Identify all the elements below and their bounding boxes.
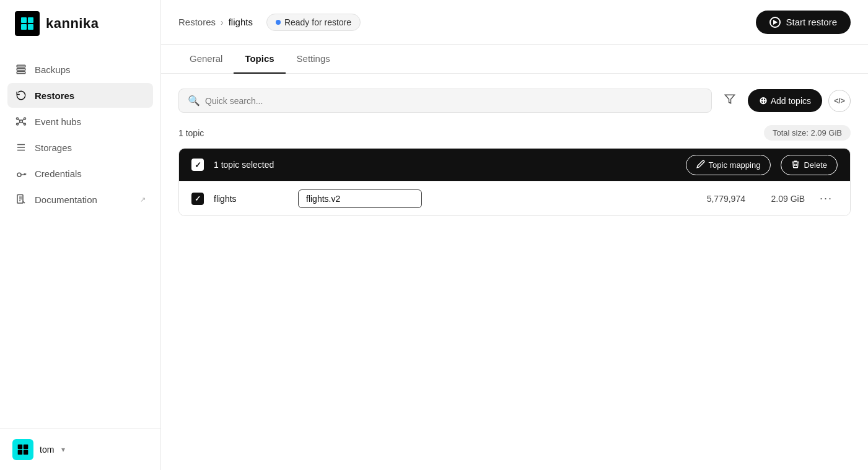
- row-more-button[interactable]: ···: [815, 189, 838, 207]
- row-messages: 5,779,974: [683, 194, 745, 204]
- svg-rect-2: [21, 24, 27, 30]
- delete-button[interactable]: Delete: [781, 155, 838, 175]
- check-mark-icon: ✓: [195, 160, 201, 170]
- add-icon: ⊕: [759, 95, 767, 107]
- search-icon: 🔍: [188, 95, 200, 107]
- search-box: 🔍: [178, 89, 712, 113]
- svg-rect-28: [18, 445, 23, 450]
- start-restore-label: Start restore: [786, 17, 837, 27]
- sidebar-item-restores[interactable]: Restores: [7, 83, 153, 108]
- tab-general[interactable]: General: [178, 45, 234, 74]
- svg-point-19: [17, 173, 21, 176]
- search-row: 🔍 ⊕ Add topics </>: [178, 89, 851, 113]
- breadcrumb: Restores › flights: [178, 17, 253, 27]
- topic-mapping-button[interactable]: Topic mapping: [686, 155, 771, 175]
- sidebar-nav: Backups Restores: [0, 47, 160, 429]
- user-caret-icon: ▾: [61, 445, 65, 454]
- select-all-checkbox[interactable]: ✓: [191, 159, 204, 171]
- start-restore-button[interactable]: Start restore: [756, 11, 851, 34]
- sidebar-item-backups-label: Backups: [35, 64, 71, 75]
- svg-rect-30: [18, 450, 23, 455]
- table-header-row: ✓ 1 topic selected Topic mapping: [179, 149, 850, 181]
- tab-topics[interactable]: Topics: [234, 45, 285, 74]
- sidebar-item-storages-label: Storages: [35, 142, 72, 153]
- add-topics-button[interactable]: ⊕ Add topics: [748, 89, 822, 112]
- search-input[interactable]: [205, 96, 703, 106]
- breadcrumb-restores[interactable]: Restores: [178, 17, 216, 27]
- topbar: Restores › flights Ready for restore Sta…: [161, 0, 868, 45]
- tabs-bar: General Topics Settings: [161, 45, 868, 74]
- main-content: Restores › flights Ready for restore Sta…: [161, 0, 868, 470]
- status-badge: Ready for restore: [266, 14, 361, 31]
- table-meta: 1 topic Total size: 2.09 GiB: [178, 125, 851, 141]
- sidebar-item-documentation[interactable]: Documentation ↗: [7, 187, 153, 212]
- backups-icon: [15, 63, 27, 76]
- row-mapping-input[interactable]: [298, 189, 422, 208]
- mapping-icon: [696, 160, 705, 170]
- topbar-left: Restores › flights Ready for restore: [178, 14, 361, 31]
- svg-rect-4: [17, 65, 25, 67]
- topic-count: 1 topic: [178, 128, 204, 138]
- content-area: 🔍 ⊕ Add topics </> 1 topic Total: [161, 74, 868, 470]
- delete-label: Delete: [804, 160, 827, 170]
- sidebar-item-credentials[interactable]: Credentials: [7, 161, 153, 186]
- user-row[interactable]: tom ▾: [12, 439, 148, 460]
- svg-rect-31: [24, 450, 28, 455]
- storages-icon: [15, 141, 27, 154]
- breadcrumb-sep: ›: [221, 17, 224, 27]
- row-checkbox[interactable]: ✓: [191, 193, 204, 205]
- topics-table: ✓ 1 topic selected Topic mapping: [178, 148, 851, 216]
- play-icon: [769, 17, 781, 28]
- total-size: Total size: 2.09 GiB: [764, 125, 851, 141]
- sidebar-item-restores-label: Restores: [35, 90, 74, 101]
- svg-line-15: [22, 122, 24, 124]
- table-row: ✓ flights 5,779,974 2.09 GiB ···: [179, 181, 850, 215]
- add-topics-label: Add topics: [771, 96, 811, 106]
- sidebar-item-event-hubs-label: Event hubs: [35, 116, 81, 127]
- tab-settings[interactable]: Settings: [286, 45, 341, 74]
- svg-marker-32: [725, 95, 734, 103]
- row-size: 2.09 GiB: [755, 194, 805, 204]
- topic-mapping-label: Topic mapping: [709, 160, 761, 170]
- svg-line-13: [22, 119, 24, 121]
- delete-icon: [791, 160, 800, 170]
- event-hubs-icon: [15, 115, 27, 128]
- sidebar-item-documentation-label: Documentation: [35, 194, 97, 205]
- sidebar-item-credentials-label: Credentials: [35, 168, 82, 179]
- svg-rect-0: [21, 17, 27, 23]
- svg-rect-1: [28, 17, 33, 23]
- sidebar-item-backups[interactable]: Backups: [7, 57, 153, 82]
- code-icon: </>: [834, 97, 844, 105]
- logo-area: kannika: [0, 0, 160, 47]
- svg-rect-29: [24, 445, 28, 450]
- code-view-button[interactable]: </>: [828, 90, 851, 112]
- row-check-icon: ✓: [195, 194, 201, 203]
- sidebar-item-storages[interactable]: Storages: [7, 135, 153, 160]
- restores-icon: [15, 89, 27, 102]
- svg-rect-3: [28, 24, 33, 30]
- svg-line-14: [19, 122, 20, 124]
- svg-point-11: [24, 123, 26, 125]
- selected-count-text: 1 topic selected: [214, 160, 676, 170]
- svg-rect-6: [17, 72, 25, 74]
- sidebar: kannika Backups Restores: [0, 0, 161, 470]
- sidebar-footer: tom ▾: [0, 429, 160, 470]
- svg-line-12: [19, 119, 20, 121]
- svg-point-9: [24, 118, 26, 120]
- svg-point-8: [17, 118, 19, 120]
- user-name: tom: [40, 445, 54, 455]
- external-link-icon: ↗: [140, 196, 146, 204]
- breadcrumb-flights: flights: [229, 17, 253, 27]
- logo-text: kannika: [46, 15, 99, 32]
- search-right: ⊕ Add topics </>: [748, 89, 851, 112]
- logo-icon: [15, 11, 40, 36]
- filter-button[interactable]: [719, 90, 740, 111]
- svg-rect-5: [17, 69, 25, 71]
- sidebar-item-event-hubs[interactable]: Event hubs: [7, 109, 153, 134]
- status-dot-icon: [276, 20, 281, 25]
- row-topic-name: flights: [214, 194, 288, 204]
- play-triangle: [773, 20, 778, 25]
- user-avatar: [12, 439, 33, 460]
- status-label: Ready for restore: [284, 17, 351, 27]
- documentation-icon: [15, 193, 27, 206]
